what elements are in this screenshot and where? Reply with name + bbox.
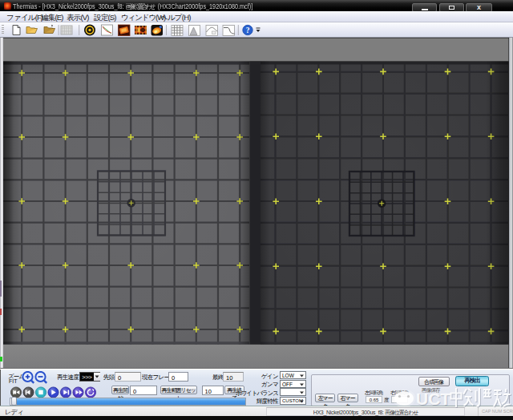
svg-text:UCT: UCT	[416, 390, 450, 408]
